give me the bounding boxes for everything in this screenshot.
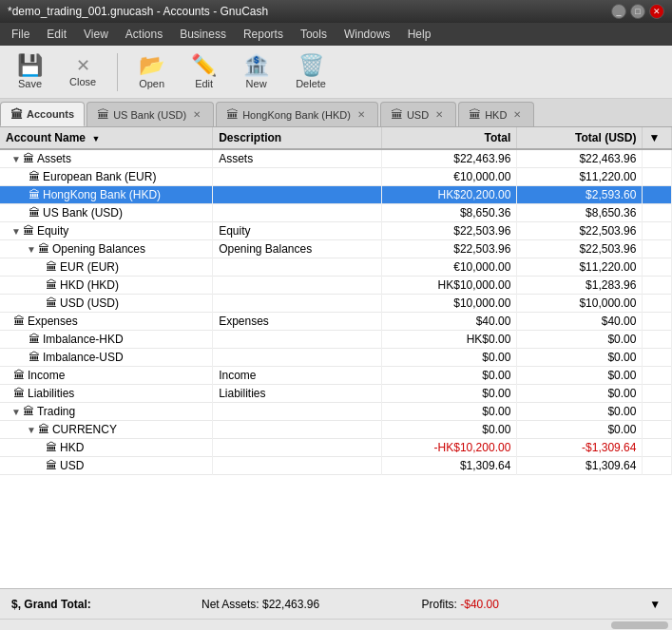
table-row[interactable]: ▼🏛CURRENCY$0.00$0.00 [0,421,672,439]
new-button[interactable]: 🏦 New [234,51,278,93]
new-label: New [246,78,267,89]
maximize-button[interactable]: □ [630,4,645,19]
table-row[interactable]: ▼🏛AssetsAssets$22,463.96$22,463.96 [0,149,672,168]
menu-item-edit[interactable]: Edit [39,26,74,43]
table-row[interactable]: 🏛USD (USD)$10,000.00$10,000.00 [0,295,672,313]
save-button[interactable]: 💾 Save [8,51,52,93]
account-row-extra [643,421,672,439]
menu-item-file[interactable]: File [4,26,37,43]
table-row[interactable]: 🏛USD$1,309.64$1,309.64 [0,457,672,475]
table-row[interactable]: ▼🏛EquityEquity$22,503.96$22,503.96 [0,222,672,240]
account-name-cell: 🏛European Bank (EUR) [0,168,213,186]
account-row-extra [643,222,672,240]
grand-total-label: $, Grand Total: [11,598,202,611]
accounts-table[interactable]: Account Name ▼ Description Total Total (… [0,127,672,588]
account-description-cell [213,331,382,349]
titlebar-title: *demo_trading_001.gnucash - Accounts - G… [8,5,268,18]
menu-item-reports[interactable]: Reports [236,26,291,43]
menu-item-view[interactable]: View [76,26,116,43]
table-row[interactable]: 🏛ExpensesExpenses$40.00$40.00 [0,313,672,331]
tab-hkd-close[interactable]: ✕ [510,108,524,122]
table-row[interactable]: 🏛HKD-HK$10,200.00-$1,309.64 [0,439,672,457]
tree-expand-icon[interactable]: ▼ [27,425,36,435]
tab-accounts[interactable]: 🏛 Accounts [0,102,85,126]
col-total-usd[interactable]: Total (USD) [517,127,643,149]
tab-usd-close[interactable]: ✕ [432,108,446,122]
account-name-text: Opening Balances [52,242,145,256]
edit-label: Edit [195,78,213,89]
account-description-cell [213,258,382,277]
account-icon: 🏛 [29,170,40,183]
account-total-usd-cell: $0.00 [517,403,643,421]
minimize-button[interactable]: _ [611,4,626,19]
menu-item-business[interactable]: Business [172,26,234,43]
tree-expand-icon[interactable]: ▼ [27,244,36,255]
account-total-usd-cell: $0.00 [517,349,643,367]
menu-item-windows[interactable]: Windows [336,26,398,43]
account-row-extra [643,385,672,403]
col-account-name[interactable]: Account Name ▼ [0,127,213,149]
account-row-extra [643,204,672,222]
menu-item-help[interactable]: Help [400,26,439,43]
account-name-cell: 🏛Imbalance-HKD [0,331,213,349]
table-row[interactable]: 🏛HKD (HKD)HK$10,000.00$1,283.96 [0,277,672,295]
close-button[interactable]: ✕ Close [60,53,106,91]
delete-icon: 🗑️ [298,55,324,76]
table-row[interactable]: 🏛LiabilitiesLiabilities$0.00$0.00 [0,385,672,403]
table-row[interactable]: 🏛EUR (EUR)€10,000.00$11,220.00 [0,258,672,277]
account-description-cell: Equity [213,222,382,240]
delete-label: Delete [296,78,326,89]
col-description[interactable]: Description [213,127,382,149]
tab-accounts-icon: 🏛 [10,107,23,122]
col-total[interactable]: Total [382,127,517,149]
table-row[interactable]: 🏛HongKong Bank (HKD)HK$20,200.00$2,593.6… [0,186,672,204]
tab-hk-bank-close[interactable]: ✕ [355,108,368,122]
statusbar-dropdown[interactable]: ▼ [649,598,661,611]
table-row[interactable]: 🏛Imbalance-HKDHK$0.00$0.00 [0,331,672,349]
tree-expand-icon[interactable]: ▼ [11,154,21,164]
account-name-cell: 🏛EUR (EUR) [0,258,213,277]
account-total-cell: $0.00 [382,421,517,439]
open-button[interactable]: 📂 Open [129,51,174,93]
tab-us-bank[interactable]: 🏛 US Bank (USD) ✕ [86,102,214,126]
menu-item-actions[interactable]: Actions [118,26,170,43]
account-total-usd-cell: $0.00 [517,421,643,439]
account-total-cell: $0.00 [382,349,517,367]
edit-icon: ✏️ [191,55,217,76]
table-row[interactable]: ▼🏛Opening BalancesOpening Balances$22,50… [0,240,672,258]
scrollbar-thumb[interactable] [611,621,668,629]
tab-accounts-label: Accounts [27,108,74,120]
menu-item-tools[interactable]: Tools [293,26,335,43]
account-name-cell: 🏛USD [0,457,213,475]
tree-expand-icon[interactable]: ▼ [11,407,21,417]
account-row-extra [643,367,672,385]
account-name-cell: 🏛HongKong Bank (HKD) [0,186,213,204]
save-icon: 💾 [17,55,43,76]
table-row[interactable]: 🏛IncomeIncome$0.00$0.00 [0,367,672,385]
col-extra[interactable]: ▼ [643,127,672,149]
tab-usd-label: USD [407,109,429,121]
table-row[interactable]: 🏛US Bank (USD)$8,650.36$8,650.36 [0,204,672,222]
profits-label: Profits: [422,598,457,611]
table-body: ▼🏛AssetsAssets$22,463.96$22,463.96 🏛Euro… [0,149,672,475]
account-name-text: USD [60,459,84,472]
account-total-usd-cell: $0.00 [517,385,643,403]
tab-us-bank-close[interactable]: ✕ [190,108,203,122]
close-window-button[interactable]: ✕ [649,4,664,19]
delete-button[interactable]: 🗑️ Delete [286,51,336,93]
edit-button[interactable]: ✏️ Edit [182,51,226,93]
scrollbar-area[interactable] [0,619,672,630]
tab-hk-bank-icon: 🏛 [226,107,239,122]
account-name-text: Liabilities [28,387,74,400]
table-row[interactable]: 🏛European Bank (EUR)€10,000.00$11,220.00 [0,168,672,186]
accounts-data-table: Account Name ▼ Description Total Total (… [0,127,672,475]
account-total-usd-cell: $22,503.96 [517,240,643,258]
tab-usd[interactable]: 🏛 USD ✕ [380,102,456,126]
tab-hk-bank[interactable]: 🏛 HongKong Bank (HKD) ✕ [216,102,378,126]
account-total-cell: $10,000.00 [382,295,517,313]
tab-hkd[interactable]: 🏛 HKD ✕ [458,102,534,126]
table-row[interactable]: 🏛Imbalance-USD$0.00$0.00 [0,349,672,367]
account-name-cell: ▼🏛Trading [0,403,213,421]
tree-expand-icon[interactable]: ▼ [11,226,21,237]
table-row[interactable]: ▼🏛Trading$0.00$0.00 [0,403,672,421]
